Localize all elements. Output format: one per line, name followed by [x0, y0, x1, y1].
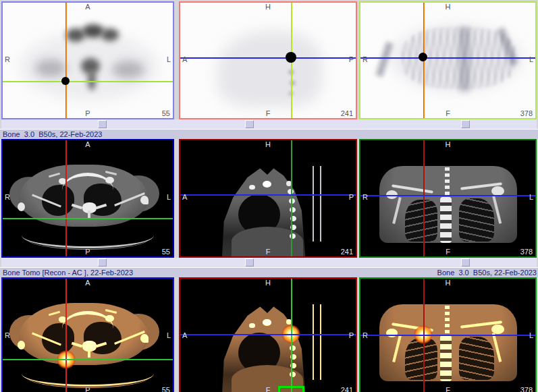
ct-coronal-image: [360, 140, 535, 256]
slice-scrollbar-handle[interactable]: [245, 120, 254, 128]
viewport-fused-axial[interactable]: A R L P 55: [1, 277, 174, 392]
crosshair-vertical[interactable]: [291, 140, 292, 256]
series-label: Bone Tomo [Recon - AC ], 22-Feb-2023: [3, 269, 133, 277]
tracer-hotspot: [61, 77, 70, 85]
orientation-label-head: H: [446, 141, 451, 148]
viewport-nm-sagittal[interactable]: H A P F 241: [179, 1, 357, 119]
crosshair-horizontal[interactable]: [360, 57, 535, 59]
orientation-label-posterior: P: [85, 387, 90, 392]
orientation-label-foot: F: [446, 248, 450, 256]
orientation-label-anterior: A: [182, 194, 187, 201]
orientation-label-right: R: [5, 332, 10, 339]
nm-row: A R L P 55 H A P F 241 H R: [0, 1, 538, 119]
viewport-fused-sagittal[interactable]: H A P F 241: [179, 277, 357, 392]
slice-selection-box[interactable]: [278, 386, 304, 392]
crosshair-vertical[interactable]: [65, 279, 67, 392]
orientation-label-foot: F: [266, 110, 271, 117]
ct-axial-image: [3, 140, 173, 256]
slice-scrollbar-handle[interactable]: [98, 120, 107, 128]
fused-row: A R L P 55 H A P F 241: [0, 277, 538, 392]
orientation-label-posterior: P: [349, 332, 354, 339]
viewport-nm-axial[interactable]: A R L P 55: [1, 1, 174, 119]
orientation-label-anterior: A: [85, 279, 90, 287]
orientation-label-left: L: [529, 194, 533, 201]
slice-scrollbar-handle[interactable]: [461, 258, 470, 267]
orientation-label-anterior: A: [182, 56, 187, 63]
orientation-label-head: H: [265, 3, 271, 11]
crosshair-horizontal[interactable]: [360, 195, 535, 196]
orientation-label-right: R: [5, 194, 10, 201]
orientation-label-posterior: P: [349, 56, 354, 63]
crosshair-horizontal[interactable]: [180, 194, 356, 196]
crosshair-vertical[interactable]: [65, 3, 67, 118]
crosshair-vertical[interactable]: [65, 140, 67, 256]
orientation-label-posterior: P: [349, 194, 354, 201]
orientation-label-foot: F: [266, 248, 271, 256]
orientation-label-right: R: [362, 56, 368, 63]
slice-scrollbar-strip: [1, 258, 537, 267]
slice-number: 55: [162, 110, 170, 117]
nm-sagittal-image: [180, 3, 356, 118]
viewport-nm-coronal[interactable]: H R L F 378: [359, 1, 537, 119]
viewport-ct-sagittal[interactable]: H A P F 241: [179, 139, 357, 258]
crosshair-horizontal[interactable]: [3, 359, 173, 360]
slice-number: 241: [341, 110, 353, 117]
nm-coronal-image: [360, 3, 535, 118]
orientation-label-left: L: [529, 56, 533, 63]
orientation-label-head: H: [446, 3, 451, 11]
series-label-bar: Bone Tomo [Recon - AC ], 22-Feb-2023 Bon…: [0, 267, 538, 277]
orientation-label-foot: F: [446, 387, 450, 392]
crosshair-vertical[interactable]: [423, 140, 425, 256]
slice-scrollbar-handle[interactable]: [98, 258, 107, 267]
slice-number: 241: [341, 248, 353, 256]
series-label: Bone 3.0 B50s, 22-Feb-2023: [3, 130, 102, 138]
crosshair-horizontal[interactable]: [180, 334, 356, 335]
orientation-label-head: H: [265, 279, 271, 287]
ct-row: A R L P 55 H A P F 241: [0, 139, 538, 258]
orientation-label-foot: F: [266, 387, 271, 392]
slice-number: 378: [520, 387, 533, 392]
slice-number: 55: [162, 387, 170, 392]
slice-scrollbar-strip: [1, 119, 537, 129]
orientation-label-posterior: P: [85, 110, 90, 117]
slice-number: 378: [520, 248, 533, 256]
crosshair-vertical[interactable]: [291, 279, 292, 392]
orientation-label-head: H: [446, 279, 451, 287]
orientation-label-right: R: [362, 332, 368, 339]
fusion-viewer: A R L P 55 H A P F 241 H R: [0, 0, 538, 392]
orientation-label-right: R: [5, 56, 10, 63]
tracer-hotspot: [419, 53, 427, 61]
viewport-fused-coronal[interactable]: H R L F 378: [359, 277, 537, 392]
orientation-label-anterior: A: [182, 332, 187, 339]
slice-scrollbar-handle[interactable]: [461, 120, 470, 128]
crosshair-horizontal[interactable]: [3, 218, 173, 219]
crosshair-horizontal[interactable]: [3, 81, 173, 82]
slice-number: 378: [520, 110, 533, 117]
orientation-label-left: L: [167, 332, 171, 339]
slice-number: 241: [341, 387, 353, 392]
fused-axial-image: [3, 279, 173, 392]
orientation-label-posterior: P: [85, 248, 90, 256]
orientation-label-left: L: [529, 332, 533, 339]
viewport-ct-axial[interactable]: A R L P 55: [1, 139, 174, 258]
series-label-right: Bone 3.0 B50s, 22-Feb-2023: [437, 269, 537, 277]
crosshair-horizontal[interactable]: [360, 335, 535, 336]
orientation-label-left: L: [167, 194, 171, 201]
ct-sagittal-image: [180, 140, 356, 256]
crosshair-horizontal[interactable]: [180, 57, 356, 59]
orientation-label-anterior: A: [85, 141, 90, 148]
orientation-label-head: H: [265, 141, 271, 148]
slice-number: 55: [162, 248, 170, 256]
orientation-label-anterior: A: [85, 3, 90, 11]
viewport-ct-coronal[interactable]: H R L F 378: [359, 139, 537, 258]
orientation-label-foot: F: [446, 110, 450, 117]
orientation-label-right: R: [362, 194, 368, 201]
series-label-bar: Bone 3.0 B50s, 22-Feb-2023: [0, 129, 538, 139]
fused-sagittal-image: [180, 279, 356, 392]
tracer-hotspot: [286, 52, 296, 63]
nm-axial-image: [3, 3, 173, 118]
slice-scrollbar-handle[interactable]: [245, 258, 254, 267]
orientation-label-left: L: [167, 56, 171, 63]
